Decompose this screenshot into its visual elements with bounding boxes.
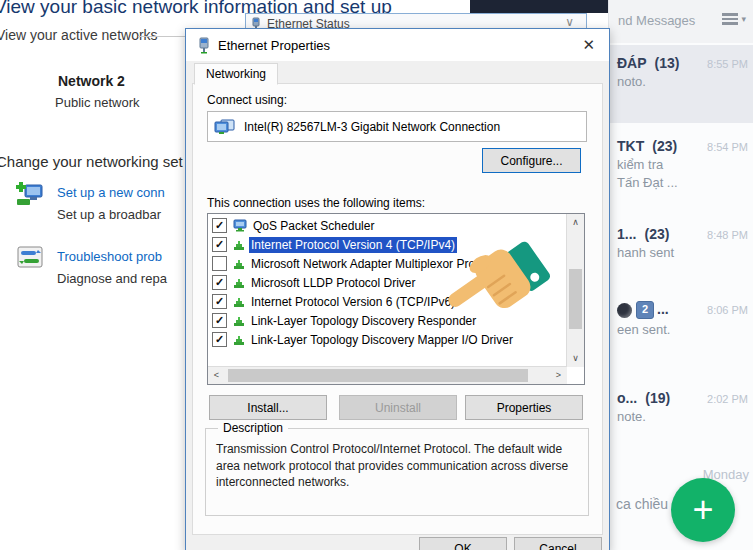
protocol-icon (233, 334, 245, 346)
checkbox[interactable]: ✓ (212, 332, 227, 347)
network-type: Public network (55, 95, 140, 110)
checkbox[interactable]: ✓ (212, 275, 227, 290)
scroll-right-icon[interactable]: > (550, 367, 567, 384)
protocol-list: ✓ QoS Packet Scheduler ✓ (207, 213, 585, 385)
list-item-ipv4[interactable]: ✓ Internet Protocol Version 4 (TCP/IPv4) (208, 235, 567, 254)
setup-connection-sub: Set up a broadbar (57, 207, 161, 222)
troubleshoot-icon (17, 246, 43, 274)
list-item-label: QoS Packet Scheduler (251, 218, 376, 234)
horizontal-scrollbar[interactable]: < > (208, 366, 567, 384)
scroll-left-icon[interactable]: < (208, 367, 225, 384)
close-icon[interactable]: ✕ (582, 37, 595, 52)
monitor-icon (233, 219, 247, 232)
list-item-lltd-mapper[interactable]: ✓ Link-Layer Topology Discovery Mapper I… (208, 330, 567, 349)
protocol-icon (233, 315, 245, 327)
troubleshoot-link[interactable]: Troubleshoot prob (57, 249, 162, 264)
messages-header: nd Messages ▾ (609, 0, 753, 43)
message-name: 1... (617, 226, 636, 242)
dialog-titlebar: Ethernet Properties ✕ (186, 29, 609, 61)
caret-down-icon: ▾ (741, 14, 746, 24)
message-item[interactable]: TKT (23) 8:54 PM kiểm tra Tấn Đạt ... (609, 138, 753, 190)
vertical-scroll-thumb[interactable] (569, 269, 582, 329)
shift-label: ca chiều (616, 496, 668, 512)
vertical-scrollbar[interactable]: ∧ ∨ (566, 214, 584, 367)
ok-button[interactable]: OK (419, 537, 507, 550)
message-time: 8:06 PM (707, 304, 748, 316)
ethernet-adapter-icon (198, 37, 210, 54)
checkbox[interactable]: ✓ (212, 294, 227, 309)
active-networks-label: View your active networks (0, 27, 158, 43)
description-group: Description Transmission Control Protoco… (205, 428, 589, 516)
list-item-ipv6[interactable]: ✓ Internet Protocol Version 6 (TCP/IPv6) (208, 292, 567, 311)
message-item[interactable]: 1... (23) 8:48 PM hanh sent (609, 226, 753, 260)
list-item-label: Link-Layer Topology Discovery Responder (249, 313, 478, 329)
window-bar-fragment (470, 0, 608, 13)
scroll-up-icon[interactable]: ∧ (567, 214, 584, 231)
list-item-lldp[interactable]: ✓ Microsoft LLDP Protocol Driver (208, 273, 567, 292)
list-item-label: Microsoft Network Adapter Multiplexor Pr… (249, 256, 477, 272)
chevron-down-icon[interactable]: ∨ (565, 15, 574, 29)
hamburger-icon (722, 13, 738, 25)
message-item[interactable]: 2 ... 8:06 PM een sent. (609, 301, 753, 337)
plus-icon: + (692, 489, 713, 531)
message-name: ĐÁP (617, 55, 647, 71)
list-item-multiplexor[interactable]: Microsoft Network Adapter Multiplexor Pr… (208, 254, 567, 273)
list-item-label: Internet Protocol Version 4 (TCP/IPv4) (249, 237, 457, 253)
divider (138, 36, 190, 37)
connection-items-label: This connection uses the following items… (207, 196, 425, 210)
message-time: 2:02 PM (707, 393, 748, 405)
protocol-icon (233, 296, 245, 308)
checkbox[interactable] (212, 256, 227, 271)
checkbox[interactable]: ✓ (212, 313, 227, 328)
setup-connection-link[interactable]: Set up a new conn (57, 185, 165, 200)
emoji-icon (617, 303, 632, 318)
message-item[interactable]: ĐÁP (13) 8:55 PM noto. (609, 45, 753, 123)
screen: View your basic network information and … (0, 0, 753, 550)
connect-using-label: Connect using: (207, 93, 287, 107)
dialog-title: Ethernet Properties (218, 38, 330, 53)
list-item-qos[interactable]: ✓ QoS Packet Scheduler (208, 216, 567, 235)
messages-menu-button[interactable]: ▾ (722, 13, 746, 25)
message-time: 8:55 PM (707, 58, 748, 70)
ethernet-properties-dialog: Ethernet Properties ✕ Networking Connect… (185, 28, 610, 550)
description-text: Transmission Control Protocol/Internet P… (216, 441, 574, 491)
troubleshoot-sub: Diagnose and repa (57, 271, 167, 286)
configure-button[interactable]: Configure... (482, 148, 581, 173)
network-adapter-icon (214, 118, 236, 136)
new-message-button[interactable]: + (671, 478, 735, 542)
list-item-label: Microsoft LLDP Protocol Driver (249, 275, 418, 291)
message-time: 8:48 PM (707, 229, 748, 241)
list-item-label: Internet Protocol Version 6 (TCP/IPv6) (249, 294, 457, 310)
message-preview: Tấn Đạt ... (609, 172, 753, 190)
checkbox[interactable]: ✓ (212, 218, 227, 233)
networking-tab-page: Connect using: Intel(R) 82567LM-3 Gigabi… (192, 83, 603, 535)
tab-networking[interactable]: Networking (194, 63, 278, 85)
messages-sidebar: nd Messages ▾ ĐÁP (13) 8:55 PM noto. TKT… (608, 0, 753, 550)
protocol-icon (233, 258, 245, 270)
message-count: (23) (644, 226, 669, 242)
message-name: ... (657, 301, 669, 317)
protocol-icon (233, 277, 245, 289)
list-item-lltd-responder[interactable]: ✓ Link-Layer Topology Discovery Responde… (208, 311, 567, 330)
protocol-icon (233, 239, 245, 251)
message-count: (13) (655, 55, 680, 71)
change-settings-label: Change your networking set (0, 153, 183, 170)
scroll-down-icon[interactable]: ∨ (567, 350, 584, 367)
install-button[interactable]: Install... (209, 395, 327, 420)
properties-button[interactable]: Properties (465, 395, 583, 420)
horizontal-scroll-thumb[interactable] (228, 369, 528, 382)
uninstall-button[interactable]: Uninstall (339, 395, 457, 420)
message-name: o... (617, 390, 637, 406)
list-item-label: Link-Layer Topology Discovery Mapper I/O… (249, 332, 515, 348)
message-preview: noto. (609, 71, 753, 89)
checkbox[interactable]: ✓ (212, 237, 227, 252)
messages-header-title: nd Messages (618, 13, 695, 28)
adapter-field: Intel(R) 82567LM-3 Gigabit Network Conne… (207, 111, 587, 142)
cancel-button[interactable]: Cancel (514, 537, 602, 550)
message-count: (19) (645, 390, 670, 406)
description-label: Description (218, 421, 288, 435)
message-time: 8:54 PM (707, 141, 748, 153)
message-item[interactable]: o... (19) 2:02 PM note. (609, 390, 753, 424)
message-preview: note. (609, 406, 753, 424)
message-count: (23) (652, 138, 677, 154)
